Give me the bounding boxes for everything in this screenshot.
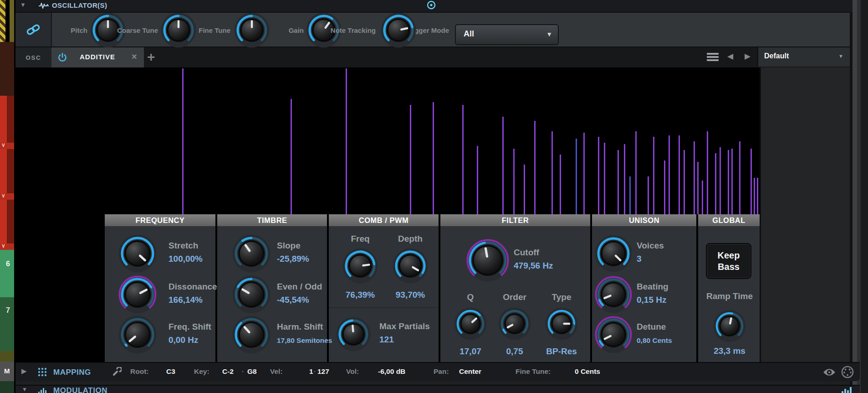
knob-type[interactable]: [542, 305, 581, 343]
daw-clip-yellow: [0, 0, 5, 42]
trigger-mode-dropdown[interactable]: All ▼: [455, 24, 559, 45]
close-icon[interactable]: ×: [132, 52, 137, 62]
knob-value: 3: [637, 254, 642, 264]
knob-max-partials[interactable]: [333, 314, 373, 354]
knob-value: 0,15 Hz: [637, 295, 666, 305]
fine-tune-label: Fine Tune:: [516, 367, 551, 376]
expand-arrow-icon[interactable]: ▶: [21, 367, 27, 375]
hamburger-menu-icon[interactable]: [707, 53, 719, 62]
knob-label: Detune: [637, 322, 666, 332]
add-tab-icon[interactable]: +: [147, 47, 155, 67]
knob-value: 100,00%: [168, 254, 203, 264]
preset-dropdown[interactable]: Default ▼: [757, 47, 850, 67]
midi-din-icon[interactable]: [841, 365, 854, 379]
window-scroll-strip[interactable]: [853, 0, 857, 393]
section-header-filter: FILTER: [440, 214, 590, 226]
fine-tune-value[interactable]: 0 Cents: [575, 367, 600, 376]
partial-line: [648, 176, 649, 214]
root-value[interactable]: C3: [166, 367, 175, 376]
modulation-target-icon[interactable]: [426, 0, 436, 11]
chevron-icon: ∨: [1, 243, 5, 249]
knob-label: Fine Tune: [176, 22, 230, 38]
knob-note-tracking[interactable]: [378, 10, 419, 51]
pan-label: Pan:: [434, 367, 449, 376]
wrench-icon[interactable]: [112, 367, 122, 377]
section-header-frequency: FREQUENCY: [105, 214, 215, 226]
knob-q[interactable]: [451, 305, 490, 343]
section-title: TIMBRE: [257, 216, 287, 225]
partial-line: [502, 117, 504, 214]
knob-harm-shift[interactable]: [230, 313, 273, 357]
partial-line: [702, 181, 703, 214]
knob-cutoff[interactable]: [464, 236, 512, 284]
knob-detune[interactable]: [592, 313, 635, 356]
daw-mute-button[interactable]: M: [0, 362, 14, 381]
knob-voices[interactable]: [592, 232, 635, 275]
vel-low[interactable]: 1: [309, 367, 313, 376]
knob-value: BP-Res: [525, 346, 598, 357]
partial-line: [707, 131, 708, 214]
prev-preset-icon[interactable]: ◀: [727, 52, 733, 61]
knob-even-odd[interactable]: [230, 273, 273, 316]
partial-line: [664, 160, 665, 214]
key-low[interactable]: C-2: [222, 367, 234, 376]
knob-label: Freq. Shift: [168, 322, 211, 332]
mapping-title[interactable]: MAPPING: [53, 368, 91, 377]
eye-icon[interactable]: [822, 367, 836, 377]
mapping-grid-icon[interactable]: [37, 367, 47, 377]
rack-label: OSC: [26, 54, 41, 61]
pan-value[interactable]: Center: [459, 367, 481, 376]
power-icon[interactable]: [57, 52, 67, 62]
knob-slope[interactable]: [230, 232, 273, 275]
collapse-triangle-icon[interactable]: ▼: [20, 1, 26, 8]
keep-bass-button[interactable]: Keep Bass: [706, 243, 751, 279]
knob-depth[interactable]: [390, 245, 431, 286]
vel-high[interactable]: 127: [317, 367, 329, 376]
knob-label: Max Partials: [379, 321, 430, 331]
partial-line: [679, 135, 680, 214]
partial-line: [715, 153, 716, 214]
track-number: 6: [6, 260, 10, 268]
knob-order[interactable]: [495, 305, 534, 343]
partial-line: [669, 135, 670, 214]
collapse-triangle-icon[interactable]: ▼: [22, 386, 27, 393]
window-edge-strip: [857, 0, 861, 393]
knob-freq-shift[interactable]: [116, 313, 159, 357]
modulation-title[interactable]: MODULATION: [53, 386, 107, 393]
chevron-icon: ∨: [1, 142, 5, 148]
tab-label: ADDITIVE: [80, 53, 115, 61]
preset-name: Default: [764, 52, 789, 60]
section-title: FILTER: [502, 216, 529, 225]
vol-value[interactable]: -6,00 dB: [378, 367, 405, 376]
knob-dissonance[interactable]: [116, 273, 159, 316]
key-high[interactable]: G8: [247, 367, 257, 376]
section-header-timbre: TIMBRE: [217, 214, 327, 226]
partial-line: [757, 178, 758, 214]
partial-line: [653, 137, 654, 214]
partial-line: [731, 149, 733, 214]
knob-value: 0,00 Hz: [168, 335, 198, 345]
knob-freq[interactable]: [340, 245, 381, 286]
knob-value: 0,80 Cents: [637, 336, 672, 345]
chevron-icon: ∨: [1, 192, 5, 199]
daw-clip-red-shade: [7, 96, 14, 143]
knob-label: Gain: [249, 22, 304, 38]
modulation-meter-icon: [842, 387, 852, 393]
knob-value: 121: [379, 335, 394, 345]
daw-clip-chevron-row: ∨: [0, 193, 14, 200]
daw-track-6: 6: [0, 250, 14, 297]
partial-line: [346, 68, 347, 214]
trigger-mode-value: All: [464, 29, 474, 39]
knob-beating[interactable]: [592, 273, 635, 316]
chevron-down-icon: ▼: [546, 31, 552, 38]
daw-clip-olive2: [0, 351, 14, 362]
daw-clip-red: [0, 96, 7, 143]
rack-label-cell[interactable]: OSC: [15, 47, 51, 67]
partial-line: [524, 165, 525, 214]
knob-stretch[interactable]: [116, 232, 159, 275]
knob-ramp-time[interactable]: [710, 307, 749, 345]
next-preset-icon[interactable]: ▶: [745, 52, 751, 61]
daw-clip-red: [0, 149, 7, 193]
screen-right-black: [861, 0, 868, 393]
partial-line: [477, 146, 478, 214]
